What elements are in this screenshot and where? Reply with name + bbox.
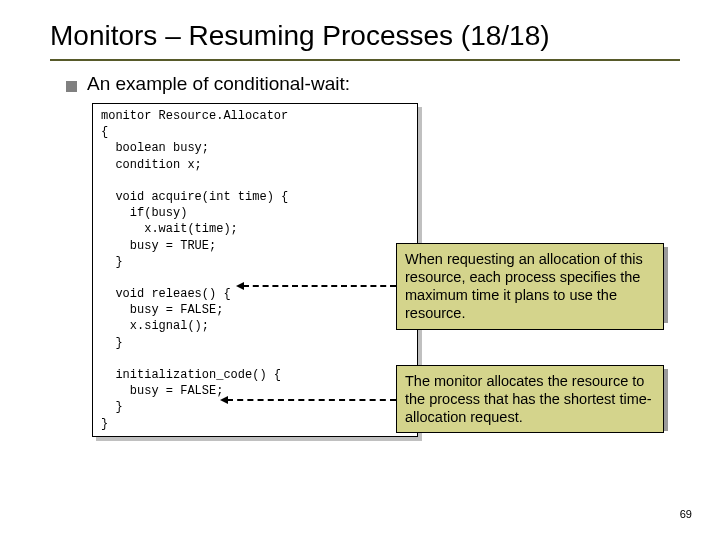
- bullet-text: An example of conditional-wait:: [87, 73, 350, 95]
- title-underline: [50, 59, 680, 61]
- callout-release: The monitor allocates the resource to th…: [396, 365, 664, 433]
- slide-title: Monitors – Resuming Processes (18/18): [50, 18, 680, 53]
- bullet-item: An example of conditional-wait:: [66, 73, 680, 95]
- arrow-to-signal: [227, 399, 396, 401]
- code-content: monitor Resource.Allocator { boolean bus…: [92, 103, 418, 437]
- arrow-to-wait: [243, 285, 396, 287]
- callout-acquire: When requesting an allocation of this re…: [396, 243, 664, 330]
- page-number: 69: [680, 508, 692, 520]
- bullet-square-icon: [66, 81, 77, 92]
- code-block: monitor Resource.Allocator { boolean bus…: [92, 103, 418, 437]
